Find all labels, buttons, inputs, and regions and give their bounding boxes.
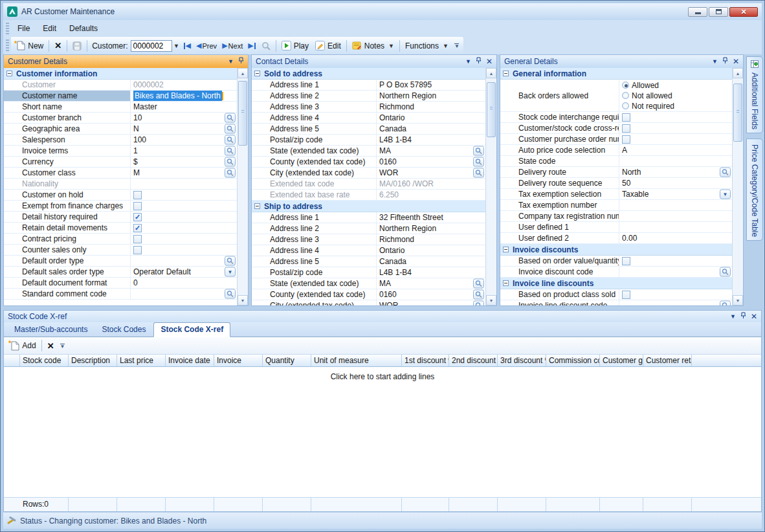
checkbox[interactable]: ✓ — [133, 224, 142, 232]
scroll-thumb[interactable] — [238, 81, 247, 146]
property-value[interactable]: 0160 — [377, 289, 485, 300]
lookup-button[interactable] — [225, 124, 236, 134]
customer-input[interactable] — [131, 40, 172, 52]
minimize-button[interactable] — [688, 7, 707, 17]
lookup-button[interactable] — [720, 301, 731, 306]
notes-button[interactable]: Notes ▼ — [349, 39, 397, 52]
property-value[interactable]: $ — [131, 157, 237, 167]
lookup-button[interactable] — [225, 157, 236, 167]
scroll-down-icon[interactable]: ▼ — [733, 295, 743, 305]
tab-price-category-code-table[interactable]: Price Category/Code Table — [746, 139, 763, 241]
notes-dropdown-icon[interactable]: ▼ — [388, 43, 394, 49]
column-header[interactable]: Quantity — [263, 355, 311, 366]
panel-menu-icon[interactable]: ▼ — [228, 58, 234, 65]
new-button[interactable]: * New — [11, 39, 47, 52]
close-panel-icon[interactable]: ✕ — [486, 57, 493, 66]
radio-option[interactable]: Allowed — [622, 80, 674, 90]
radio-option[interactable]: Not allowed — [622, 91, 674, 100]
scroll-up-icon[interactable]: ▲ — [238, 68, 248, 78]
collapse-icon[interactable] — [254, 71, 260, 76]
property-value[interactable]: Operator Default▼ — [131, 267, 237, 277]
save-button[interactable] — [69, 40, 85, 52]
property-value[interactable] — [619, 256, 732, 266]
property-value[interactable]: Taxable▼ — [619, 189, 732, 199]
delete-button[interactable]: ✕ — [51, 39, 65, 52]
checkbox[interactable] — [622, 113, 630, 122]
scrollbar[interactable]: ▲ ▼ — [237, 68, 248, 305]
property-value[interactable] — [619, 156, 732, 166]
property-value[interactable]: L4B 1-B4 — [377, 135, 485, 145]
property-value[interactable]: M — [131, 168, 237, 178]
property-value[interactable]: A — [619, 145, 732, 155]
lookup-button[interactable] — [473, 301, 484, 306]
next-button[interactable]: ▶ Next — [219, 40, 245, 51]
property-value[interactable]: AllowedNot allowedNot required — [619, 80, 732, 111]
scroll-up-icon[interactable]: ▲ — [486, 68, 496, 78]
toolbar-overflow-button[interactable]: ▼ — [60, 344, 65, 348]
scrollbar[interactable]: ▲ ▼ — [485, 68, 496, 305]
lookup-button[interactable] — [720, 267, 731, 277]
add-button[interactable]: * Add — [5, 340, 39, 352]
tab-stock-code-xref[interactable]: Stock Code X-ref — [153, 322, 230, 337]
column-header[interactable]: Customer reta... — [643, 355, 692, 366]
property-value[interactable] — [619, 200, 732, 210]
scrollbar[interactable]: ▲ ▼ — [732, 68, 743, 305]
scroll-down-icon[interactable]: ▼ — [238, 295, 248, 305]
property-value[interactable]: N — [131, 124, 237, 134]
column-header[interactable]: Description — [69, 355, 117, 366]
first-record-button[interactable]: ◀ — [181, 40, 194, 51]
functions-dropdown-icon[interactable]: ▼ — [443, 43, 449, 49]
lookup-button[interactable] — [225, 289, 236, 299]
collapse-icon[interactable] — [503, 247, 509, 252]
property-value[interactable] — [619, 112, 732, 122]
lookup-button[interactable] — [473, 279, 484, 289]
property-value[interactable]: L4B 1-B4 — [377, 267, 485, 278]
property-value[interactable]: Ontario — [377, 245, 485, 256]
column-header[interactable]: 1st discount % — [402, 355, 449, 366]
scroll-thumb[interactable] — [487, 82, 496, 137]
scroll-up-icon[interactable]: ▲ — [733, 68, 743, 78]
delete-line-button[interactable]: ✕ — [44, 340, 58, 352]
panel-menu-icon[interactable]: ▼ — [730, 313, 736, 320]
collapse-icon[interactable] — [503, 280, 509, 286]
menu-file[interactable]: File — [11, 21, 36, 36]
property-value[interactable] — [619, 222, 732, 232]
column-header[interactable]: Commission code — [546, 355, 600, 366]
property-value[interactable]: 50 — [619, 178, 732, 188]
general-details-header[interactable]: General Details ▼ ✕ — [500, 55, 743, 68]
column-header[interactable]: Last price — [117, 355, 166, 366]
property-value[interactable]: 1 — [131, 146, 237, 156]
stock-code-xref-header[interactable]: Stock Code X-ref ▼ ✕ — [4, 311, 761, 322]
property-value[interactable]: 0 — [131, 278, 237, 288]
contact-details-header[interactable]: Contact Details ▼ ✕ — [252, 55, 496, 68]
pin-icon[interactable] — [238, 57, 244, 66]
drag-grip[interactable] — [6, 39, 9, 52]
functions-button[interactable]: Functions ▼ — [402, 40, 452, 52]
collapse-icon[interactable] — [254, 203, 260, 209]
checkbox[interactable] — [133, 246, 142, 254]
collapse-icon[interactable] — [503, 71, 509, 76]
property-value[interactable]: MA — [377, 278, 485, 289]
property-value[interactable]: 0160 — [377, 157, 485, 167]
checkbox[interactable] — [133, 191, 142, 199]
property-value[interactable] — [131, 179, 237, 189]
restore-button[interactable] — [709, 7, 728, 17]
prev-button[interactable]: ◀ Prev — [194, 40, 219, 51]
tab-stock-codes[interactable]: Stock Codes — [95, 323, 152, 337]
property-value[interactable]: P O Box 57895 — [377, 80, 485, 90]
drag-grip[interactable] — [6, 23, 9, 34]
property-value[interactable] — [131, 256, 237, 266]
panel-menu-icon[interactable]: ▼ — [465, 58, 471, 65]
property-value[interactable]: Canada — [377, 256, 485, 267]
property-value[interactable]: Master — [131, 102, 237, 112]
property-value[interactable] — [131, 190, 237, 200]
property-value[interactable] — [131, 234, 237, 244]
property-value[interactable] — [131, 201, 237, 211]
property-value[interactable]: Richmond — [377, 234, 485, 245]
lookup-button[interactable] — [225, 168, 236, 178]
property-value[interactable]: Richmond — [377, 102, 485, 112]
property-value[interactable]: Canada — [377, 124, 485, 134]
property-value[interactable] — [619, 134, 732, 144]
property-value[interactable]: Northern Region — [377, 91, 485, 101]
play-button[interactable]: Play — [278, 39, 312, 52]
